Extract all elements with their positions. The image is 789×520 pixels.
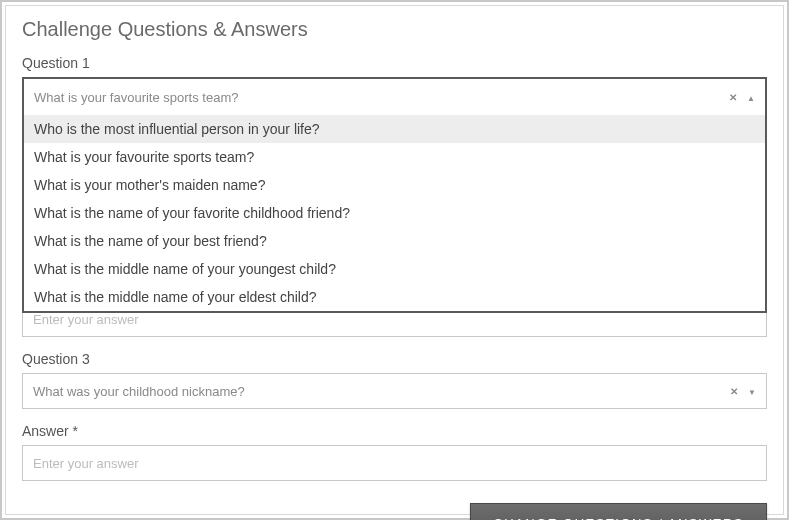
question-1-select-header[interactable]: What is your favourite sports team? <box>24 79 765 115</box>
dropdown-option[interactable]: What is the middle name of your eldest c… <box>24 283 765 311</box>
answer-label: Answer * <box>22 423 767 439</box>
chevron-up-icon[interactable] <box>747 90 755 104</box>
question-1-select-open[interactable]: What is your favourite sports team? Who … <box>22 77 767 313</box>
dropdown-option[interactable]: What is the middle name of your youngest… <box>24 255 765 283</box>
dropdown-option[interactable]: What is the name of your favorite childh… <box>24 199 765 227</box>
clear-icon[interactable] <box>730 384 738 398</box>
page-title: Challenge Questions & Answers <box>22 18 767 41</box>
question-1-select-controls <box>729 90 755 104</box>
answer-input[interactable] <box>22 445 767 481</box>
dropdown-option[interactable]: What is your mother's maiden name? <box>24 171 765 199</box>
question-1-label: Question 1 <box>22 55 767 71</box>
question-3-label: Question 3 <box>22 351 767 367</box>
question-1-selected-text: What is your favourite sports team? <box>34 90 729 105</box>
challenge-panel: Challenge Questions & Answers Question 1… <box>5 5 784 515</box>
submit-row: CHANGE QUESTIONS / ANSWERS <box>22 503 767 520</box>
question-1-dropdown-list: Who is the most influential person in yo… <box>24 115 765 311</box>
chevron-down-icon[interactable] <box>748 384 756 398</box>
question-3-selected-text: What was your childhood nickname? <box>33 384 730 399</box>
dropdown-option[interactable]: What is the name of your best friend? <box>24 227 765 255</box>
question-3-select[interactable]: What was your childhood nickname? <box>22 373 767 409</box>
change-questions-answers-button[interactable]: CHANGE QUESTIONS / ANSWERS <box>470 503 767 520</box>
question-3-select-controls <box>730 384 756 398</box>
answer-obscured-placeholder: Enter your answer <box>33 312 139 327</box>
dropdown-option[interactable]: Who is the most influential person in yo… <box>24 115 765 143</box>
question-3-select-row: What was your childhood nickname? <box>22 373 767 409</box>
outer-frame: Challenge Questions & Answers Question 1… <box>0 0 789 520</box>
question-1-block: What is your favourite sports team? Who … <box>22 77 767 301</box>
clear-icon[interactable] <box>729 90 737 104</box>
dropdown-option[interactable]: What is your favourite sports team? <box>24 143 765 171</box>
